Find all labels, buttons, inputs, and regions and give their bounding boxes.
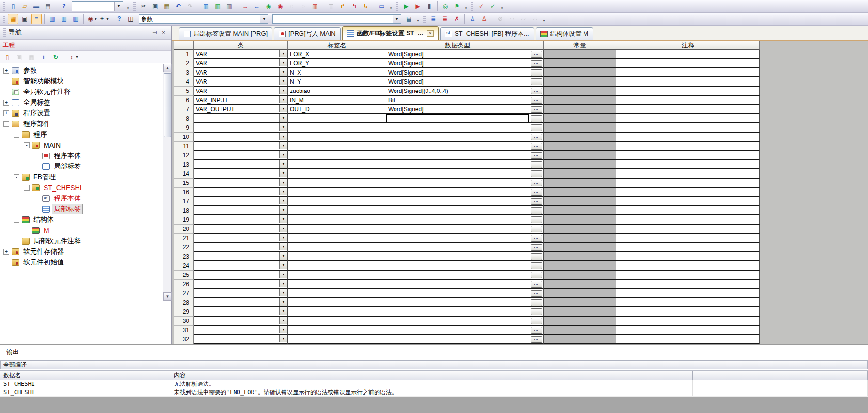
copy-button[interactable]: ▣ [150,1,160,12]
cell-dots-row11[interactable]: ... [529,142,544,151]
cell-dtype-row3[interactable]: Word[Signed] [386,68,529,77]
page-preview-button[interactable]: ▤ [404,14,414,24]
cell-comment-row23[interactable] [616,252,760,261]
browse-button[interactable]: ... [531,272,542,278]
cell-comment-row28[interactable] [616,298,760,307]
device-search-button[interactable]: +▾ [98,14,109,24]
scroll-down-icon[interactable]: ▼ [163,292,172,301]
toolbar-drag-handle[interactable] [423,15,426,23]
dropdown-arrow-icon[interactable]: ▼ [279,280,287,287]
device-memory-list-button[interactable]: ▥ [59,14,69,24]
browse-button[interactable]: ... [531,88,542,94]
cell-label-row8[interactable] [288,114,386,123]
output-error-row[interactable]: ST_CHESHI无法解析语法。 [0,380,868,388]
output-error-row[interactable]: ST_CHESHI未找到语法中需要的'END_FOR'。请确认错误显示行的语法或… [0,388,868,397]
cell-comment-row3[interactable] [616,68,760,77]
chevron-down-icon[interactable]: ▼ [393,15,401,23]
find-binoculars-button[interactable]: ◫ [126,14,136,24]
unregister-watch-button[interactable]: ♙ [479,14,489,24]
toolbar-drag-handle[interactable] [133,2,136,11]
cell-dtype-row5[interactable]: Word[Signed](0..4,0..4) [386,87,529,96]
watch-flag-button[interactable]: ⚑ [452,1,462,12]
jump-next-button[interactable]: ↱ [337,1,348,12]
toolbar-drag-handle[interactable] [396,2,398,11]
cell-label-row24[interactable] [288,261,386,271]
refresh-button[interactable]: ↻ [50,52,61,62]
collapse-icon[interactable]: - [14,174,19,180]
find-keyword-combo[interactable]: ▼ [272,14,401,24]
collapse-icon[interactable]: - [14,217,19,223]
browse-button[interactable]: ... [531,299,542,306]
browse-button[interactable]: ... [531,198,542,205]
cell-cls-row31[interactable]: ▼ [194,326,288,335]
cell-dtype-row6[interactable]: Bit [386,96,529,105]
window-prev-button[interactable]: ▱ [506,14,517,24]
cell-dtype-row15[interactable] [386,179,529,188]
write-to-plc-button[interactable]: → [240,1,251,12]
toolbar-overflow-button[interactable]: ▾ [388,1,394,11]
close-tab-icon[interactable]: × [427,30,434,37]
dropdown-arrow-icon[interactable]: ▼ [279,68,287,76]
cell-comment-row19[interactable] [616,215,760,225]
browse-button[interactable]: ... [531,60,542,67]
expand-icon[interactable]: + [3,110,9,116]
cell-label-row29[interactable] [288,307,386,317]
cell-label-row3[interactable]: N_X [288,68,386,77]
browse-button[interactable]: ... [531,235,542,242]
cell-dtype-row8[interactable] [386,114,529,123]
cut-button[interactable]: ✂ [138,1,149,12]
browse-button[interactable]: ... [531,336,542,343]
cell-comment-row12[interactable] [616,151,760,160]
insert-row-button[interactable]: ≣ [428,14,439,24]
cell-dots-row23[interactable]: ... [529,252,544,261]
monitor-start-button[interactable]: ◉ [263,1,274,12]
cell-dots-row9[interactable]: ... [529,123,544,133]
cell-comment-row32[interactable] [616,335,760,344]
expand-icon[interactable]: + [3,68,9,74]
cell-cls-row19[interactable]: ▼ [194,215,288,225]
cell-cls-row28[interactable]: ▼ [194,298,288,307]
tree-item-程序[interactable]: -程序 [0,129,163,140]
expand-icon[interactable]: + [3,249,9,255]
cell-cls-row22[interactable]: ▼ [194,243,288,252]
new-file-button[interactable]: ▯ [8,1,18,12]
tree-item-结构体[interactable]: -结构体 [0,214,163,225]
toolbar-overflow-button[interactable]: ▾ [415,14,421,24]
collapse-icon[interactable]: - [24,185,30,191]
dropdown-arrow-icon[interactable]: ▼ [279,50,287,57]
device-monitor-button[interactable]: ▥ [212,1,223,12]
dropdown-arrow-icon[interactable]: ▼ [279,114,287,122]
tree-item-ST_CHESHI[interactable]: -ST_CHESHI [0,183,163,193]
paste-button[interactable]: ▦ [161,1,172,12]
cell-label-row19[interactable] [288,215,386,225]
tree-item-M[interactable]: M [0,225,163,236]
dropdown-arrow-icon[interactable]: ▼ [279,252,287,260]
cell-cls-row8[interactable]: ▼ [194,114,288,123]
window-next-button[interactable]: ▱ [518,14,529,24]
toolbar-overflow-button[interactable]: ▾ [499,1,505,11]
pin-icon[interactable]: ⊤ [151,29,158,37]
cell-dtype-row24[interactable] [386,261,529,271]
cell-label-row25[interactable] [288,271,386,280]
dropdown-arrow-icon[interactable]: ▼ [279,142,287,149]
copy-data-button[interactable]: ▣ [14,52,25,62]
cell-dots-row10[interactable]: ... [529,133,544,142]
pc-monitor-button[interactable]: ▭ [377,1,387,12]
cell-label-row6[interactable]: IN_M [288,96,386,105]
tree-item-程序设置[interactable]: +程序设置 [0,108,163,119]
cell-cls-row17[interactable]: ▼ [194,197,288,206]
browse-button[interactable]: ... [531,207,542,214]
browse-button[interactable]: ... [531,189,542,196]
cell-dots-row17[interactable]: ... [529,197,544,206]
dropdown-arrow-icon[interactable]: ▼ [279,234,287,241]
cell-dots-row19[interactable]: ... [529,215,544,225]
close-icon[interactable]: × [159,29,168,36]
cell-comment-row21[interactable] [616,234,760,243]
cell-dtype-row22[interactable] [386,243,529,252]
cell-cls-row12[interactable]: ▼ [194,151,288,160]
tree-item-FB管理[interactable]: -FB管理 [0,172,163,183]
tab-2[interactable]: [PRG]写入 MAIN [274,27,341,40]
cell-label-row10[interactable] [288,133,386,142]
cell-comment-row11[interactable] [616,142,760,151]
tree-item-全局标签[interactable]: +全局标签 [0,97,163,108]
